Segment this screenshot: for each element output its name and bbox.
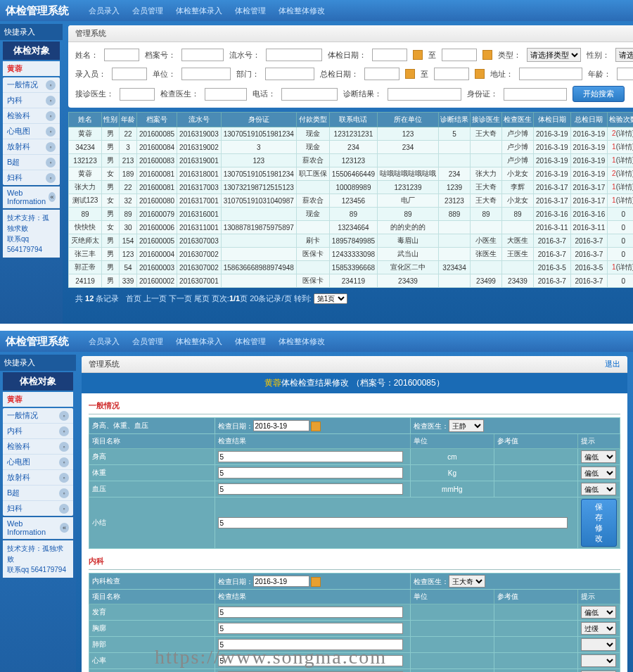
result-input[interactable]	[218, 467, 404, 478]
hint-select[interactable]	[581, 654, 616, 667]
nav-体检管理[interactable]: 体检管理	[229, 3, 271, 19]
search-button[interactable]: 开始搜索	[573, 86, 625, 102]
sidebar-item[interactable]: 妇科◦	[3, 501, 73, 516]
nav-会员管理[interactable]: 会员管理	[127, 334, 169, 350]
dept-input[interactable]	[265, 68, 314, 80]
sidebar-item[interactable]: 放射科◦	[3, 139, 60, 155]
sidebar-section-title: 体检对象	[3, 42, 60, 60]
quick-entry-header[interactable]: 快捷录入	[0, 355, 76, 371]
page-select[interactable]: 第1页	[314, 293, 347, 304]
entry-input[interactable]	[112, 68, 147, 80]
pager-prev[interactable]: 上一页	[143, 294, 167, 303]
result-input[interactable]	[218, 639, 404, 650]
app-logo: 体检管理系统	[6, 335, 69, 348]
sidebar-item[interactable]: 放射科◦	[3, 470, 73, 486]
table-row: 132123男2132016000832016319001123薪农合12312…	[69, 154, 633, 167]
date-input[interactable]	[253, 420, 309, 431]
edit-table-general: 身高、体重、血压 检查日期： 检查医生：王静 项目名称检查结果单位参考值提示 身…	[89, 417, 620, 549]
nav-体检整体录入[interactable]: 体检整体录入	[170, 334, 228, 350]
diag-input[interactable]	[388, 88, 461, 101]
col-header: 总检日期	[570, 113, 608, 127]
sidebar-web-info[interactable]: Web Information «	[3, 186, 60, 208]
sidebar-item[interactable]: B超◦	[3, 486, 73, 501]
edit-title: 黄蓉体检检查结果修改 （档案号：201600085）	[82, 373, 627, 393]
sidebar-item[interactable]: 心电图◦	[3, 455, 73, 470]
results-table: 姓名性别年龄档案号流水号身份证付款类型联系电话所在单位诊断结果接诊医生检查医生体…	[68, 112, 633, 288]
phone-input[interactable]	[281, 88, 338, 101]
sidebar-item[interactable]: 内科◦	[3, 424, 73, 439]
pager-next[interactable]: 下一页	[169, 294, 192, 303]
hint-select[interactable]: 偏低	[581, 450, 616, 463]
sidebar-item[interactable]: 检验科◦	[3, 439, 73, 455]
result-input[interactable]	[218, 451, 404, 462]
top-nav: 会员录入会员管理体检整体录入体检管理体检整体修改	[83, 3, 331, 19]
result-input[interactable]	[218, 655, 404, 666]
nav-体检整体修改[interactable]: 体检整体修改	[273, 334, 331, 350]
calendar-icon[interactable]	[311, 577, 321, 587]
edit-table-internal: 内科检查 检查日期： 检查医生：王大奇 项目名称检查结果单位参考值提示 发育偏低…	[89, 573, 620, 672]
calendar-icon[interactable]	[413, 50, 423, 60]
sidebar-selected-patient[interactable]: 黄蓉	[3, 61, 60, 76]
sidebar-item[interactable]: 一般情况◦	[3, 408, 73, 424]
tjdate-from-input[interactable]	[372, 49, 407, 61]
sidebar-web-info[interactable]: Web Information «	[3, 517, 73, 539]
quick-entry-header[interactable]: 快捷录入	[0, 24, 63, 40]
sidebar-item[interactable]: 一般情况◦	[3, 77, 60, 93]
result-input[interactable]	[218, 623, 404, 634]
idno-input[interactable]	[504, 88, 567, 101]
checkdoc-input[interactable]	[205, 88, 247, 101]
place-input[interactable]	[519, 68, 582, 80]
calendar-icon[interactable]	[405, 69, 415, 79]
nav-体检管理[interactable]: 体检管理	[229, 334, 271, 350]
hint-select[interactable]: 偏低	[581, 483, 616, 495]
exit-link[interactable]: 退出	[605, 359, 620, 369]
chevron-icon: «	[60, 523, 69, 533]
nav-体检整体修改[interactable]: 体检整体修改	[273, 3, 331, 19]
sidebar-selected-patient[interactable]: 黄蓉	[3, 392, 73, 407]
doctor-select[interactable]: 王静	[449, 419, 484, 432]
zjdate-from-input[interactable]	[364, 68, 399, 80]
nav-会员录入[interactable]: 会员录入	[83, 3, 125, 19]
sidebar-item[interactable]: 心电图◦	[3, 124, 60, 139]
sex-select[interactable]: 请选择	[615, 48, 633, 62]
doctor-select[interactable]: 王大奇	[449, 575, 485, 588]
pager-last[interactable]: 尾页	[194, 294, 210, 303]
sidebar-item[interactable]: 检验科◦	[3, 108, 60, 124]
table-row: 快快快女302016000062016311001130887819875975…	[69, 221, 633, 234]
name-input[interactable]	[104, 49, 139, 61]
nav-会员管理[interactable]: 会员管理	[127, 3, 169, 19]
type-select[interactable]: 请选择类型	[527, 48, 581, 62]
calendar-icon[interactable]	[475, 69, 485, 79]
top-nav: 会员录入会员管理体检整体录入体检管理体检整体修改	[83, 334, 331, 350]
search-form: 姓名： 档案号： 流水号： 体检日期： 至 类型：请选择类型 性别：请选择 录入…	[68, 42, 633, 108]
sidebar-item[interactable]: 内科◦	[3, 93, 60, 108]
col-header: 体检日期	[534, 113, 571, 127]
save-button[interactable]: 保存修改	[581, 499, 617, 547]
tjdate-to-input[interactable]	[442, 49, 477, 61]
zjdate-to-input[interactable]	[434, 68, 469, 80]
recvdoc-input[interactable]	[120, 88, 155, 101]
memo-input[interactable]	[218, 517, 568, 528]
date-input[interactable]	[253, 576, 309, 587]
col-header: 接诊医生	[471, 113, 502, 127]
result-input[interactable]	[218, 483, 404, 495]
calendar-icon[interactable]	[482, 50, 492, 60]
calendar-icon[interactable]	[311, 421, 321, 431]
sidebar-item[interactable]: 妇科◦	[3, 170, 60, 185]
hint-select[interactable]: 过缓	[581, 622, 616, 635]
hint-select[interactable]: 偏低	[581, 606, 616, 619]
result-input[interactable]	[218, 607, 404, 618]
pager-first[interactable]: 首页	[126, 294, 141, 303]
unit-input[interactable]	[181, 68, 231, 80]
hint-select[interactable]: 偏低	[581, 467, 616, 479]
nav-体检整体录入[interactable]: 体检整体录入	[170, 3, 228, 19]
hint-select[interactable]	[581, 638, 616, 651]
edit-row: 肺部	[89, 637, 620, 653]
expand-icon: ◦	[46, 80, 56, 90]
age-from-input[interactable]	[617, 68, 633, 80]
fileno-input[interactable]	[181, 49, 224, 61]
sidebar-item[interactable]: B超◦	[3, 155, 60, 170]
serial-input[interactable]	[266, 49, 322, 61]
table-row: 郭正帝男542016000032016307002158636668988974…	[69, 261, 633, 274]
nav-会员录入[interactable]: 会员录入	[83, 334, 125, 350]
